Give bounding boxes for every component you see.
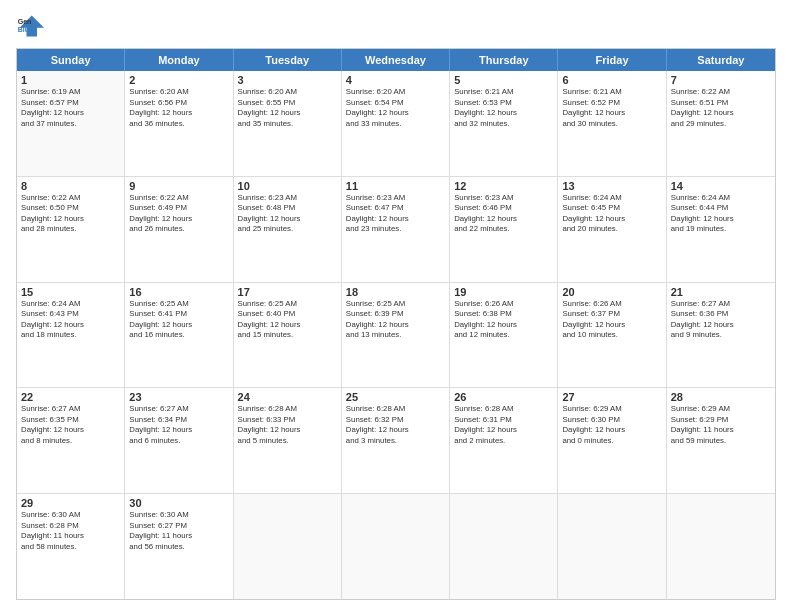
day-info: Sunrise: 6:20 AM Sunset: 6:54 PM Dayligh… xyxy=(346,87,445,129)
header-day-saturday: Saturday xyxy=(667,49,775,71)
day-info: Sunrise: 6:24 AM Sunset: 6:45 PM Dayligh… xyxy=(562,193,661,235)
calendar-cell: 21Sunrise: 6:27 AM Sunset: 6:36 PM Dayli… xyxy=(667,283,775,388)
day-number: 7 xyxy=(671,74,771,86)
day-info: Sunrise: 6:20 AM Sunset: 6:56 PM Dayligh… xyxy=(129,87,228,129)
calendar-cell: 25Sunrise: 6:28 AM Sunset: 6:32 PM Dayli… xyxy=(342,388,450,493)
calendar-cell: 18Sunrise: 6:25 AM Sunset: 6:39 PM Dayli… xyxy=(342,283,450,388)
calendar-cell: 7Sunrise: 6:22 AM Sunset: 6:51 PM Daylig… xyxy=(667,71,775,176)
day-number: 21 xyxy=(671,286,771,298)
calendar-cell: 2Sunrise: 6:20 AM Sunset: 6:56 PM Daylig… xyxy=(125,71,233,176)
calendar-cell: 13Sunrise: 6:24 AM Sunset: 6:45 PM Dayli… xyxy=(558,177,666,282)
day-number: 13 xyxy=(562,180,661,192)
calendar-row-2: 8Sunrise: 6:22 AM Sunset: 6:50 PM Daylig… xyxy=(17,177,775,283)
day-info: Sunrise: 6:20 AM Sunset: 6:55 PM Dayligh… xyxy=(238,87,337,129)
day-info: Sunrise: 6:22 AM Sunset: 6:51 PM Dayligh… xyxy=(671,87,771,129)
day-number: 9 xyxy=(129,180,228,192)
logo: Gen Blue xyxy=(16,12,48,40)
day-info: Sunrise: 6:26 AM Sunset: 6:38 PM Dayligh… xyxy=(454,299,553,341)
logo-icon: Gen Blue xyxy=(16,12,44,40)
day-info: Sunrise: 6:27 AM Sunset: 6:34 PM Dayligh… xyxy=(129,404,228,446)
header-day-friday: Friday xyxy=(558,49,666,71)
svg-text:Blue: Blue xyxy=(18,26,33,33)
calendar-cell: 30Sunrise: 6:30 AM Sunset: 6:27 PM Dayli… xyxy=(125,494,233,599)
calendar-cell: 3Sunrise: 6:20 AM Sunset: 6:55 PM Daylig… xyxy=(234,71,342,176)
day-info: Sunrise: 6:28 AM Sunset: 6:33 PM Dayligh… xyxy=(238,404,337,446)
calendar-cell: 28Sunrise: 6:29 AM Sunset: 6:29 PM Dayli… xyxy=(667,388,775,493)
day-number: 27 xyxy=(562,391,661,403)
day-info: Sunrise: 6:25 AM Sunset: 6:40 PM Dayligh… xyxy=(238,299,337,341)
calendar-cell: 6Sunrise: 6:21 AM Sunset: 6:52 PM Daylig… xyxy=(558,71,666,176)
calendar-cell: 27Sunrise: 6:29 AM Sunset: 6:30 PM Dayli… xyxy=(558,388,666,493)
day-number: 15 xyxy=(21,286,120,298)
day-info: Sunrise: 6:22 AM Sunset: 6:49 PM Dayligh… xyxy=(129,193,228,235)
header-day-wednesday: Wednesday xyxy=(342,49,450,71)
calendar-cell: 4Sunrise: 6:20 AM Sunset: 6:54 PM Daylig… xyxy=(342,71,450,176)
calendar-cell: 11Sunrise: 6:23 AM Sunset: 6:47 PM Dayli… xyxy=(342,177,450,282)
calendar-row-4: 22Sunrise: 6:27 AM Sunset: 6:35 PM Dayli… xyxy=(17,388,775,494)
calendar-cell: 14Sunrise: 6:24 AM Sunset: 6:44 PM Dayli… xyxy=(667,177,775,282)
header-day-tuesday: Tuesday xyxy=(234,49,342,71)
day-number: 26 xyxy=(454,391,553,403)
calendar-cell: 19Sunrise: 6:26 AM Sunset: 6:38 PM Dayli… xyxy=(450,283,558,388)
header-day-sunday: Sunday xyxy=(17,49,125,71)
day-number: 29 xyxy=(21,497,120,509)
calendar-cell: 17Sunrise: 6:25 AM Sunset: 6:40 PM Dayli… xyxy=(234,283,342,388)
header-day-thursday: Thursday xyxy=(450,49,558,71)
calendar-cell: 23Sunrise: 6:27 AM Sunset: 6:34 PM Dayli… xyxy=(125,388,233,493)
day-info: Sunrise: 6:25 AM Sunset: 6:39 PM Dayligh… xyxy=(346,299,445,341)
calendar-cell xyxy=(234,494,342,599)
calendar-cell: 12Sunrise: 6:23 AM Sunset: 6:46 PM Dayli… xyxy=(450,177,558,282)
day-info: Sunrise: 6:28 AM Sunset: 6:32 PM Dayligh… xyxy=(346,404,445,446)
day-number: 3 xyxy=(238,74,337,86)
day-info: Sunrise: 6:27 AM Sunset: 6:35 PM Dayligh… xyxy=(21,404,120,446)
calendar-cell: 26Sunrise: 6:28 AM Sunset: 6:31 PM Dayli… xyxy=(450,388,558,493)
calendar: SundayMondayTuesdayWednesdayThursdayFrid… xyxy=(16,48,776,600)
day-info: Sunrise: 6:23 AM Sunset: 6:48 PM Dayligh… xyxy=(238,193,337,235)
calendar-row-3: 15Sunrise: 6:24 AM Sunset: 6:43 PM Dayli… xyxy=(17,283,775,389)
day-number: 4 xyxy=(346,74,445,86)
calendar-header: SundayMondayTuesdayWednesdayThursdayFrid… xyxy=(17,49,775,71)
day-info: Sunrise: 6:27 AM Sunset: 6:36 PM Dayligh… xyxy=(671,299,771,341)
day-number: 25 xyxy=(346,391,445,403)
calendar-cell: 29Sunrise: 6:30 AM Sunset: 6:28 PM Dayli… xyxy=(17,494,125,599)
calendar-cell xyxy=(450,494,558,599)
day-info: Sunrise: 6:23 AM Sunset: 6:47 PM Dayligh… xyxy=(346,193,445,235)
day-info: Sunrise: 6:21 AM Sunset: 6:52 PM Dayligh… xyxy=(562,87,661,129)
calendar-cell: 24Sunrise: 6:28 AM Sunset: 6:33 PM Dayli… xyxy=(234,388,342,493)
day-info: Sunrise: 6:29 AM Sunset: 6:30 PM Dayligh… xyxy=(562,404,661,446)
calendar-body: 1Sunrise: 6:19 AM Sunset: 6:57 PM Daylig… xyxy=(17,71,775,599)
day-number: 16 xyxy=(129,286,228,298)
header: Gen Blue xyxy=(16,12,776,40)
calendar-row-1: 1Sunrise: 6:19 AM Sunset: 6:57 PM Daylig… xyxy=(17,71,775,177)
day-number: 14 xyxy=(671,180,771,192)
day-info: Sunrise: 6:23 AM Sunset: 6:46 PM Dayligh… xyxy=(454,193,553,235)
calendar-cell: 22Sunrise: 6:27 AM Sunset: 6:35 PM Dayli… xyxy=(17,388,125,493)
day-number: 24 xyxy=(238,391,337,403)
day-number: 17 xyxy=(238,286,337,298)
day-number: 11 xyxy=(346,180,445,192)
day-info: Sunrise: 6:29 AM Sunset: 6:29 PM Dayligh… xyxy=(671,404,771,446)
day-number: 22 xyxy=(21,391,120,403)
calendar-cell xyxy=(667,494,775,599)
calendar-cell: 5Sunrise: 6:21 AM Sunset: 6:53 PM Daylig… xyxy=(450,71,558,176)
header-day-monday: Monday xyxy=(125,49,233,71)
day-info: Sunrise: 6:30 AM Sunset: 6:27 PM Dayligh… xyxy=(129,510,228,552)
calendar-cell: 16Sunrise: 6:25 AM Sunset: 6:41 PM Dayli… xyxy=(125,283,233,388)
svg-text:Gen: Gen xyxy=(18,18,32,25)
calendar-cell: 20Sunrise: 6:26 AM Sunset: 6:37 PM Dayli… xyxy=(558,283,666,388)
day-number: 18 xyxy=(346,286,445,298)
day-number: 19 xyxy=(454,286,553,298)
day-number: 12 xyxy=(454,180,553,192)
day-info: Sunrise: 6:24 AM Sunset: 6:44 PM Dayligh… xyxy=(671,193,771,235)
calendar-row-5: 29Sunrise: 6:30 AM Sunset: 6:28 PM Dayli… xyxy=(17,494,775,599)
day-number: 28 xyxy=(671,391,771,403)
day-number: 20 xyxy=(562,286,661,298)
day-info: Sunrise: 6:30 AM Sunset: 6:28 PM Dayligh… xyxy=(21,510,120,552)
day-number: 1 xyxy=(21,74,120,86)
day-number: 5 xyxy=(454,74,553,86)
day-info: Sunrise: 6:19 AM Sunset: 6:57 PM Dayligh… xyxy=(21,87,120,129)
day-number: 30 xyxy=(129,497,228,509)
calendar-cell: 8Sunrise: 6:22 AM Sunset: 6:50 PM Daylig… xyxy=(17,177,125,282)
calendar-cell: 9Sunrise: 6:22 AM Sunset: 6:49 PM Daylig… xyxy=(125,177,233,282)
calendar-cell: 15Sunrise: 6:24 AM Sunset: 6:43 PM Dayli… xyxy=(17,283,125,388)
